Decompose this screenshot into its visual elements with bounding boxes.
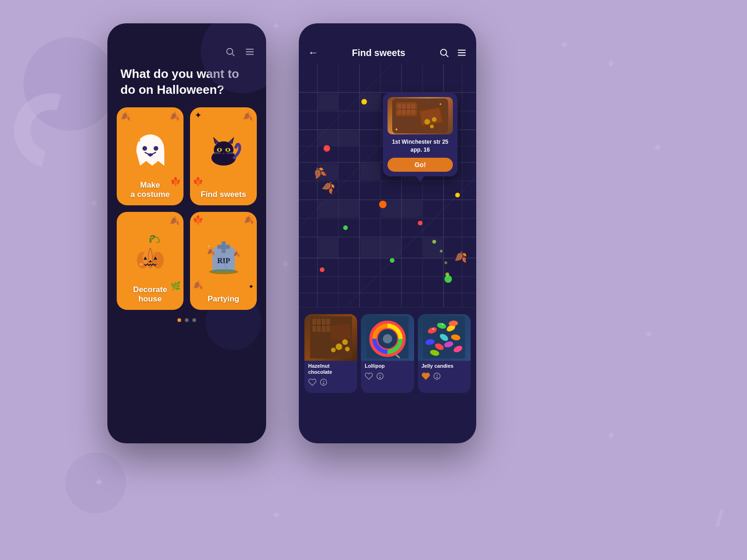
card-find-sweets-label: Find sweets <box>196 190 251 199</box>
svg-rect-77 <box>360 163 380 180</box>
lollipop-image <box>361 314 414 361</box>
popup-arrow <box>416 175 425 182</box>
jelly-name: Jelly candies <box>418 361 471 370</box>
lollipop-actions <box>361 370 414 383</box>
svg-point-91 <box>320 267 324 272</box>
svg-point-121 <box>331 348 336 352</box>
popup-address: 1st Winchester str 25 app. 16 <box>388 138 453 154</box>
svg-text:🍂: 🍂 <box>233 250 240 258</box>
sparkle-1: ✦ <box>271 19 282 34</box>
svg-text:🍂: 🍂 <box>207 247 215 256</box>
svg-point-119 <box>336 343 342 350</box>
sweet-lollipop[interactable]: Lollipop <box>361 314 414 393</box>
svg-text:✦: ✦ <box>159 135 163 141</box>
svg-point-146 <box>442 323 444 325</box>
card-partying-label: Partying <box>196 294 251 304</box>
card-decorate-house-label: Decoratehouse <box>122 285 178 304</box>
svg-point-109 <box>430 125 434 128</box>
chocolate-actions <box>304 376 357 389</box>
right-phone-icons <box>439 48 467 58</box>
sweets-bar: Hazelnut chocolate <box>299 307 476 400</box>
sparkle-4: ✦ <box>280 257 291 272</box>
svg-rect-82 <box>360 238 401 258</box>
back-button[interactable]: ← <box>308 47 318 59</box>
heart-icon-lollipop[interactable] <box>365 372 373 380</box>
svg-line-43 <box>446 55 448 57</box>
sparkle-8: ✦ <box>559 37 570 53</box>
svg-point-6 <box>154 146 158 151</box>
svg-rect-25 <box>149 238 152 243</box>
dot-1[interactable] <box>177 318 181 322</box>
search-icon-right[interactable] <box>439 48 449 58</box>
grave-illustration: RIP 🍂 🍂 ✦ <box>190 212 257 296</box>
sweet-chocolate[interactable]: Hazelnut chocolate <box>304 314 357 393</box>
svg-rect-79 <box>318 201 359 217</box>
svg-point-90 <box>444 275 452 283</box>
svg-point-145 <box>432 328 434 330</box>
svg-point-38 <box>209 269 238 274</box>
card-partying[interactable]: 🍂 🍁 🍂 ✦ RIP <box>190 212 257 310</box>
sparkle-3: ✦ <box>652 140 663 155</box>
info-icon-lollipop[interactable] <box>376 372 384 380</box>
svg-point-147 <box>451 326 453 328</box>
lollipop-name: Lollipop <box>361 361 414 370</box>
svg-text:✦: ✦ <box>207 244 211 248</box>
sparkle-7: ✦ <box>643 327 654 342</box>
map-area[interactable]: 🍂 🍂 🍂 <box>299 64 476 307</box>
card-decorate-house[interactable]: 🍂 🌿 <box>117 212 183 310</box>
jelly-actions <box>418 370 471 383</box>
go-button[interactable]: Go! <box>388 158 453 172</box>
svg-rect-118 <box>330 323 351 341</box>
svg-point-129 <box>383 334 392 343</box>
sweet-jelly[interactable]: Jelly candies <box>418 314 471 393</box>
svg-point-84 <box>324 145 330 152</box>
jelly-image <box>418 314 471 361</box>
map-leaf-3: 🍂 <box>454 251 467 263</box>
svg-text:✦: ✦ <box>395 127 398 132</box>
sparkle-10: ✦ <box>89 196 99 211</box>
svg-point-5 <box>142 146 147 151</box>
phone-left: What do you want to do on Halloween? 🍂 🍂… <box>107 23 266 443</box>
svg-point-97 <box>445 273 449 276</box>
ghost-illustration: ✦ ✦ <box>117 107 183 191</box>
svg-rect-35 <box>217 245 230 249</box>
dot-3[interactable] <box>192 318 196 322</box>
svg-point-87 <box>379 201 387 208</box>
sparkle-9: ✦ <box>271 507 282 523</box>
svg-point-125 <box>323 384 324 385</box>
svg-point-122 <box>345 347 350 351</box>
card-make-costume-label: Makea costume <box>122 181 178 200</box>
svg-point-42 <box>441 49 447 56</box>
svg-point-94 <box>432 240 436 244</box>
cat-illustration <box>190 107 257 191</box>
svg-point-18 <box>218 148 220 151</box>
info-icon-jelly[interactable] <box>433 372 441 380</box>
svg-point-28 <box>152 252 163 268</box>
svg-point-107 <box>424 119 430 125</box>
phone-right: ← Find sweets <box>299 23 476 443</box>
svg-point-108 <box>432 117 437 122</box>
svg-rect-71 <box>318 93 338 110</box>
svg-point-32 <box>140 263 142 265</box>
menu-icon-right[interactable] <box>457 48 467 58</box>
svg-point-93 <box>455 193 460 197</box>
svg-text:✦: ✦ <box>439 102 442 106</box>
sparkle-5: ✦ <box>606 428 616 443</box>
svg-point-132 <box>380 377 381 378</box>
dot-2[interactable] <box>185 318 189 322</box>
info-icon-chocolate[interactable] <box>319 378 328 386</box>
slash-decoration: // <box>715 505 719 532</box>
activity-grid: 🍂 🍂 🍁 ✦ ✦ Makea c <box>107 107 266 310</box>
svg-rect-74 <box>318 131 359 146</box>
card-make-costume[interactable]: 🍂 🍂 🍁 ✦ ✦ Makea c <box>117 107 183 205</box>
map-popup: ✦ ✦ 1st Winchester str 25 app. 16 Go! <box>383 92 458 176</box>
chocolate-name: Hazelnut chocolate <box>304 361 357 376</box>
heart-icon-chocolate[interactable] <box>308 378 317 386</box>
right-phone-title: Find sweets <box>352 48 405 58</box>
heart-icon-jelly[interactable] <box>422 372 430 380</box>
svg-point-96 <box>444 261 447 264</box>
sparkle-2: ✦ <box>606 56 616 71</box>
svg-point-95 <box>440 250 443 252</box>
card-find-sweets[interactable]: 🍂 ✦ 🍁 <box>190 107 257 205</box>
svg-point-88 <box>343 225 348 230</box>
